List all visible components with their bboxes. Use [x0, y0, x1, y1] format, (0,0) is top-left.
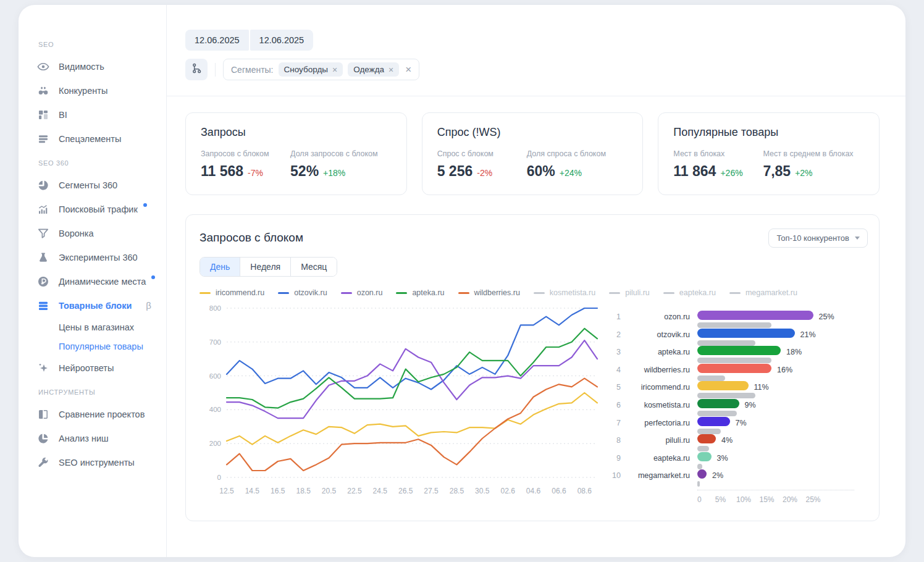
sidebar-item-поисковый-трафик[interactable]: Поисковый трафик [37, 197, 160, 221]
bar-axis-label: 5% [715, 495, 726, 504]
value-label: 9% [745, 400, 756, 409]
sidebar-item-label: Товарные блоки [59, 301, 132, 311]
metric-delta: -2% [477, 168, 492, 178]
value-bar [697, 381, 749, 390]
segment-chip-label: Одежда [353, 65, 384, 74]
metric-value: 11 864 [673, 163, 716, 180]
competitors-bar-chart: 1ozon.ru25%2otzovik.ru21%3apteka.ru18%4w… [607, 301, 854, 508]
segment-chip-label: Сноуборды [284, 65, 328, 74]
metric-label: Мест в среднем в блоках [763, 149, 864, 158]
remove-segment-icon[interactable]: × [332, 65, 337, 74]
value-label: 16% [777, 364, 792, 374]
legend-item-ozon.ru[interactable]: ozon.ru [341, 288, 383, 297]
stat-cards: Запросы Запросов с блоком 11 568-7% Доля… [185, 112, 880, 195]
competitor-rank: 3 [607, 346, 621, 356]
sidebar-item-товарные-блоки[interactable]: Товарные блокиβ [37, 293, 160, 317]
line-series-otzovik.ru [227, 308, 597, 390]
legend-swatch [609, 292, 620, 294]
sidebar-item-seo-инструменты[interactable]: SEO инструменты [37, 450, 160, 474]
competitor-label: piluli.ru [621, 434, 690, 445]
branch-icon [191, 62, 203, 77]
bar-track: 3% [697, 452, 854, 469]
sidebar-item-цены-в-магазинах[interactable]: Цены в магазинах [37, 317, 160, 337]
value-label: 11% [754, 382, 769, 392]
remove-segment-icon[interactable]: × [388, 65, 393, 74]
sidebar-item-сегменты-360[interactable]: Сегменты 360 [37, 173, 160, 197]
date-from-input[interactable]: 12.06.2025 [185, 30, 249, 51]
card-spros: Спрос (!WS) Спрос с блоком 5 256-2% Доля… [422, 112, 644, 195]
bar-axis-label: 10% [736, 495, 751, 504]
legend-item-iricommend.ru[interactable]: iricommend.ru [200, 288, 264, 297]
sidebar-item-спецэлементы[interactable]: Спецэлементы [37, 127, 160, 151]
blocks-icon [37, 300, 49, 312]
date-to-input[interactable]: 12.06.2025 [250, 30, 314, 51]
tab-день[interactable]: День [200, 258, 240, 276]
sidebar-item-label: Поисковый трафик [59, 204, 138, 214]
competitor-row-perfectoria.ru: 7perfectoria.ru7% [607, 417, 854, 435]
segment-chip[interactable]: Сноуборды × [279, 62, 343, 77]
value-bar [697, 469, 707, 479]
metric-label: Доля спроса с блоком [527, 149, 628, 158]
x-axis-label: 06.6 [552, 487, 566, 495]
legend-label: piluli.ru [625, 288, 650, 297]
segment-tree-button[interactable] [185, 59, 208, 80]
notification-dot [143, 203, 147, 207]
competitor-label: otzovik.ru [621, 329, 690, 339]
sidebar-item-популярные-товары[interactable]: Популярные товары [37, 337, 160, 356]
legend-item-megamarket.ru[interactable]: megamarket.ru [729, 288, 797, 297]
value-label: 21% [800, 329, 816, 339]
segments-label: Сегменты: [231, 65, 274, 75]
value-bar [697, 364, 771, 373]
legend-item-apteka.ru[interactable]: apteka.ru [396, 288, 444, 297]
tab-месяц[interactable]: Месяц [291, 258, 337, 276]
sidebar-item-нейроответы[interactable]: Нейроответы [37, 356, 160, 380]
sidebar-item-анализ-ниш[interactable]: Анализ ниш [37, 426, 160, 450]
card-popular: Популярные товары Мест в блоках 11 864+2… [658, 112, 880, 195]
bar-axis-label: 25% [805, 495, 820, 504]
competitor-row-iricommend.ru: 5iricommend.ru11% [607, 381, 854, 399]
bar-track: 11% [697, 381, 854, 398]
value-label: 7% [736, 417, 747, 427]
sidebar-item-label: Популярные товары [59, 342, 143, 351]
legend-label: iricommend.ru [216, 288, 264, 297]
competitors-dropdown[interactable]: Топ-10 конкурентов [768, 229, 868, 248]
chart-legend: iricommend.ruotzovik.ruozon.ruapteka.ruw… [200, 288, 868, 297]
compare-bar [697, 375, 725, 381]
sidebar-item-сравнение-проектов[interactable]: Сравнение проектов [37, 402, 160, 426]
legend-item-kosmetista.ru[interactable]: kosmetista.ru [534, 288, 595, 297]
tab-неделя[interactable]: Неделя [240, 258, 291, 276]
sidebar-item-динамические-места[interactable]: Динамические места [37, 269, 160, 293]
legend-item-wildberries.ru[interactable]: wildberries.ru [458, 288, 520, 297]
competitor-row-otzovik.ru: 2otzovik.ru21% [607, 329, 854, 346]
line-series-wildberries.ru [227, 379, 597, 471]
sidebar-item-эксперименты-360[interactable]: Эксперименты 360 [37, 245, 160, 269]
legend-item-otzovik.ru[interactable]: otzovik.ru [278, 288, 327, 297]
y-axis-label: 400 [209, 406, 221, 413]
date-range-picker: 12.06.2025 12.06.2025 [185, 30, 313, 51]
sidebar-item-label: Сравнение проектов [59, 409, 145, 419]
sidebar-item-bi[interactable]: BI [37, 103, 160, 127]
sidebar-item-воронка[interactable]: Воронка [37, 221, 160, 245]
sidebar-item-label: Нейроответы [59, 363, 114, 373]
chart-title: Запросов с блоком [200, 229, 303, 245]
legend-item-piluli.ru[interactable]: piluli.ru [609, 288, 650, 297]
sidebar-item-конкуренты[interactable]: Конкуренты [37, 78, 160, 103]
clear-segments-icon[interactable]: × [405, 64, 411, 75]
sidebar-item-label: Видимость [59, 62, 104, 72]
pie-icon [37, 179, 49, 191]
legend-item-eapteka.ru[interactable]: eapteka.ru [663, 288, 716, 297]
segment-chip[interactable]: Одежда × [348, 62, 399, 77]
x-axis-label: 24.5 [373, 487, 388, 495]
value-bar [697, 417, 730, 426]
legend-label: eapteka.ru [679, 288, 716, 297]
competitor-row-apteka.ru: 3apteka.ru18% [607, 346, 854, 364]
x-axis-label: 28.5 [450, 487, 464, 495]
metric-value: 5 256 [437, 163, 473, 180]
bar-x-axis: 05%10%15%20%25% [697, 490, 854, 506]
x-axis-label: 14.5 [245, 487, 260, 495]
metric-delta: -7% [248, 168, 263, 178]
wrench-icon [37, 456, 49, 469]
sidebar-item-видимость[interactable]: Видимость [37, 54, 160, 78]
x-axis-label: 26.5 [398, 487, 413, 495]
legend-label: kosmetista.ru [550, 288, 595, 297]
